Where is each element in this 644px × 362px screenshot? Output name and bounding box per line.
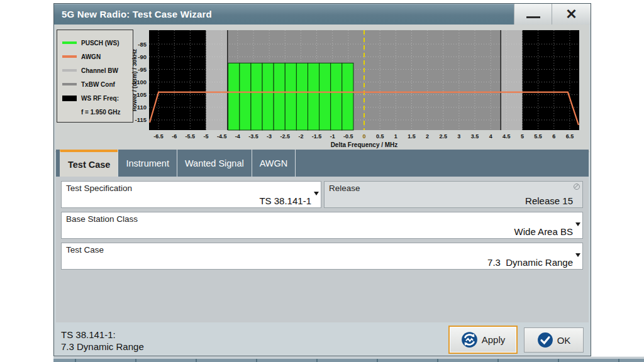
svg-text:-90: -90 [138, 53, 147, 60]
base-station-class-dropdown[interactable]: Base Station Class Wide Area BS [61, 212, 583, 239]
svg-text:0: 0 [362, 133, 365, 140]
svg-text:4.5: 4.5 [502, 133, 511, 140]
svg-text:Delta Frequency / MHz: Delta Frequency / MHz [331, 141, 398, 148]
svg-text:0.5: 0.5 [376, 133, 384, 140]
test-case-label: Test Case [66, 245, 104, 255]
base-station-class-label: Base Station Class [66, 214, 138, 224]
svg-text:4: 4 [489, 133, 492, 140]
svg-text:-0.5: -0.5 [343, 133, 353, 140]
svg-text:1.5: 1.5 [408, 133, 416, 140]
ok-check-icon [537, 332, 553, 348]
chevron-down-icon [575, 253, 580, 257]
taskbar-strip [53, 356, 644, 362]
svg-text:6.5: 6.5 [566, 133, 574, 140]
minimize-icon [526, 16, 540, 18]
legend-item-awgn: AWGN [62, 50, 133, 63]
svg-text:2: 2 [426, 133, 429, 140]
svg-text:2.5: 2.5 [439, 133, 447, 140]
svg-text:1: 1 [394, 133, 397, 140]
svg-text:-2: -2 [298, 133, 303, 140]
status-line1: TS 38.141-1: [61, 329, 144, 341]
tab-test-case[interactable]: Test Case [60, 150, 118, 177]
ws-rf-freq-swatch-icon [62, 96, 77, 101]
svg-text:-6.5: -6.5 [153, 133, 164, 140]
test-case-dropdown[interactable]: Test Case 7.3 Dynamic Range [61, 243, 583, 270]
test-specification-label: Test Specification [66, 184, 132, 193]
test-case-value: 7.3 Dynamic Range [487, 257, 573, 268]
legend-item-channel-bw: Channel BW [62, 63, 133, 77]
release-value: Release 15 [525, 195, 573, 206]
svg-text:-115: -115 [135, 116, 147, 123]
apply-button[interactable]: Apply [448, 326, 518, 354]
titlebar: 5G New Radio: Test Case Wizard [54, 4, 591, 25]
svg-text:-2.5: -2.5 [280, 133, 291, 140]
status-line2: 7.3 Dynamic Range [61, 341, 144, 353]
svg-text:-85: -85 [138, 41, 147, 48]
svg-text:-3.5: -3.5 [248, 133, 258, 140]
release-field: Release Release 15 [324, 181, 583, 208]
spectrum-plot: -6.5-6-5.5-5-4.5-4-3.5-3-2.5-2-1.5-1-0.5… [128, 30, 582, 148]
test-case-wizard-dialog: 5G New Radio: Test Case Wizard ✕ PUSCH (… [53, 3, 591, 356]
window-title: 5G New Radio: Test Case Wizard [54, 9, 212, 19]
svg-text:-4.5: -4.5 [217, 133, 227, 140]
svg-text:6: 6 [552, 133, 555, 140]
legend-item-txbw: TxBW Conf [62, 77, 133, 91]
pusch-swatch-icon [62, 41, 77, 44]
close-icon: ✕ [565, 8, 577, 21]
svg-text:-5.5: -5.5 [186, 133, 196, 140]
tab-bar: Test Case Instrument Wanted Signal AWGN [56, 150, 589, 177]
base-station-class-value: Wide Area BS [514, 226, 573, 237]
chart-legend: PUSCH (WS) AWGN Channel BW TxBW Conf WS … [57, 30, 133, 123]
svg-text:-5: -5 [204, 133, 209, 140]
chevron-down-icon [314, 192, 319, 195]
channel-bw-swatch-icon [62, 69, 77, 72]
ws-rf-freq-value: f = 1.950 GHz [62, 105, 133, 119]
tab-awgn[interactable]: AWGN [252, 150, 296, 177]
test-specification-value: TS 38.141-1 [259, 195, 311, 206]
taskbar-buttons-edge [53, 359, 644, 362]
apply-recalc-icon [461, 331, 478, 348]
awgn-swatch-icon [62, 55, 77, 58]
close-button[interactable]: ✕ [552, 4, 591, 25]
ok-button[interactable]: OK [524, 327, 584, 353]
svg-text:-1.5: -1.5 [312, 133, 322, 140]
svg-text:-3: -3 [267, 133, 272, 140]
svg-text:5: 5 [521, 133, 524, 140]
minimize-button[interactable] [514, 4, 552, 25]
svg-text:3: 3 [457, 133, 460, 140]
svg-text:-6: -6 [172, 133, 177, 140]
svg-text:-95: -95 [138, 66, 147, 73]
test-specification-dropdown[interactable]: Test Specification TS 38.141-1 [61, 181, 321, 208]
txbw-swatch-icon [62, 83, 77, 85]
chevron-down-icon [575, 222, 580, 226]
svg-text:3.5: 3.5 [471, 133, 479, 140]
svg-text:5.5: 5.5 [534, 133, 542, 140]
test-case-form: Test Specification TS 38.141-1 Release R… [56, 177, 589, 322]
tab-instrument[interactable]: Instrument [118, 150, 177, 177]
legend-item-ws-rf-freq: WS RF Freq: [62, 91, 133, 105]
tab-wanted-signal[interactable]: Wanted Signal [177, 150, 252, 177]
release-label: Release [329, 184, 360, 193]
svg-text:Power / (dBm) / 30kHz: Power / (dBm) / 30kHz [131, 49, 138, 111]
svg-text:-1: -1 [330, 133, 335, 140]
status-summary: TS 38.141-1: 7.3 Dynamic Range [61, 329, 144, 353]
spectrum-chart-panel: PUSCH (WS) AWGN Channel BW TxBW Conf WS … [55, 25, 589, 152]
svg-text:-4: -4 [235, 133, 240, 140]
readonly-icon [574, 184, 580, 190]
legend-item-pusch: PUSCH (WS) [62, 36, 133, 50]
